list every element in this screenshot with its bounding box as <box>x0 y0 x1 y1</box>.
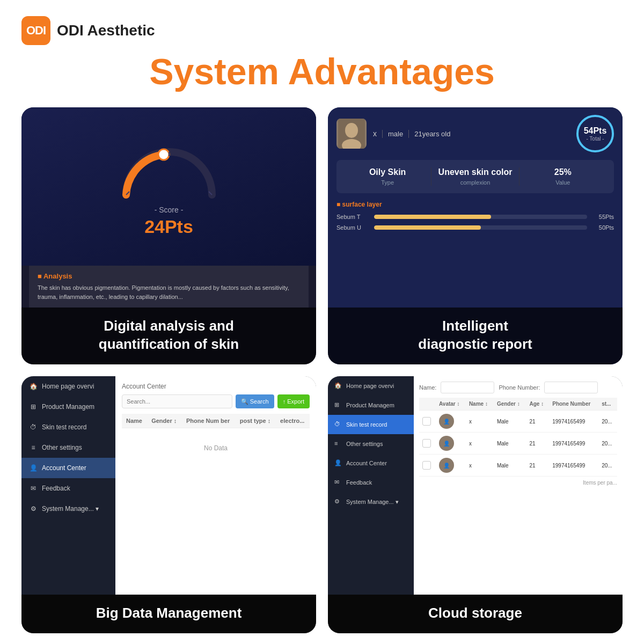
card4-label-text: Cloud storage <box>340 604 611 623</box>
search-input-3[interactable] <box>122 394 232 408</box>
patient-x: x <box>373 129 377 138</box>
analysis-box: ■ Analysis The skin has obvious pigmenta… <box>29 266 309 308</box>
sidebar4-item-settings[interactable]: ≡ Other settings <box>328 434 414 453</box>
row2-phone: 19974165499 <box>549 433 598 455</box>
checkbox-1[interactable] <box>422 417 431 426</box>
sidebar-item-product[interactable]: ⊞ Product Managem <box>21 397 115 417</box>
row2-gender: Male <box>494 433 526 455</box>
score-pts: 54Pts <box>584 126 607 136</box>
sidebar-account-label: Account Center <box>42 464 86 472</box>
th4-check <box>419 398 436 411</box>
feedback4-icon: ✉ <box>334 479 342 486</box>
sidebar-4: 🏠 Home page overvi ⊞ Product Managem ⏱ S… <box>328 376 414 595</box>
account-title-3: Account Center <box>122 383 310 390</box>
gauge-svg <box>115 136 223 200</box>
table-3-body: No Data <box>122 428 310 469</box>
page-title: System Advantages <box>149 50 495 92</box>
no-data-cell: No Data <box>122 428 310 469</box>
sidebar-item-account[interactable]: 👤 Account Center <box>21 458 115 478</box>
sidebar-home-label: Home page overvi <box>42 383 94 390</box>
bar-sebum-t: Sebum T 55Pts <box>336 214 614 220</box>
row2-avatar: 👤 <box>436 433 466 455</box>
avatar-1: 👤 <box>439 414 454 429</box>
th-gender: Gender ↕ <box>147 414 182 428</box>
card3-label: Big Data Management <box>21 595 316 633</box>
sidebar4-item-product[interactable]: ⊞ Product Managem <box>328 396 414 415</box>
row3-phone: 19974165499 <box>549 455 598 477</box>
checkbox-2[interactable] <box>422 439 431 448</box>
stat-value: 25% Value <box>519 167 606 186</box>
logo-icon: ODI <box>21 16 50 45</box>
export-button-3[interactable]: ↑ Export <box>277 394 310 408</box>
filter-phone-input[interactable] <box>544 382 598 393</box>
home4-icon: 🏠 <box>334 382 342 390</box>
sidebar4-item-home[interactable]: 🏠 Home page overvi <box>328 376 414 396</box>
sidebar-item-feedback[interactable]: ✉ Feedback <box>21 478 115 499</box>
row1-st: 20... <box>598 411 617 433</box>
avatar-3: 👤 <box>439 458 454 473</box>
settings-icon: ≡ <box>29 443 38 452</box>
surface-label: ■ surface layer <box>336 201 614 208</box>
svg-point-5 <box>345 123 358 138</box>
sidebar4-product-label: Product Managem <box>346 402 394 408</box>
bar-sebum-u-name: Sebum U <box>336 224 369 231</box>
sidebar4-feedback-label: Feedback <box>346 479 372 486</box>
card-digital-analysis: - Score - 24Pts ■ Analysis The skin has … <box>21 107 316 364</box>
sidebar-item-skin[interactable]: ⏱ Skin test record <box>21 417 115 437</box>
skin4-icon: ⏱ <box>334 421 342 428</box>
sidebar4-item-skin[interactable]: ⏱ Skin test record <box>328 415 414 434</box>
bar-sebum-u-pts: 50Pts <box>592 224 614 231</box>
patient-row: x male 21years old 54Pts - Total - <box>336 115 614 152</box>
bar-sebum-t-fill <box>374 215 491 219</box>
card1-screen: - Score - 24Pts <box>21 107 316 266</box>
sidebar4-item-feedback[interactable]: ✉ Feedback <box>328 473 414 492</box>
bar-sebum-u-fill <box>374 225 481 230</box>
table-4-body: 👤 x Male 21 19974165499 20... 👤 x <box>419 411 617 477</box>
bar-sebum-t-name: Sebum T <box>336 214 369 220</box>
filter-phone-label: Phone Number: <box>499 384 540 391</box>
analysis-text: The skin has obvious pigmentation. Pigme… <box>38 283 300 301</box>
table-4-head: Avatar ↕ Name ↕ Gender ↕ Age ↕ Phone Num… <box>419 398 617 411</box>
table-3-header-row: Name Gender ↕ Phone Num ber post type ↕ … <box>122 414 310 428</box>
sidebar-item-system[interactable]: ⚙ System Manage... ▾ <box>21 499 115 519</box>
sidebar4-item-system[interactable]: ⚙ System Manage... ▾ <box>328 492 414 511</box>
table-3: Name Gender ↕ Phone Num ber post type ↕ … <box>122 414 310 468</box>
account-icon: 👤 <box>29 464 38 472</box>
th-name: Name <box>122 414 147 428</box>
row3-age: 21 <box>526 455 549 477</box>
sidebar-feedback-label: Feedback <box>42 485 70 492</box>
row1-phone: 19974165499 <box>549 411 598 433</box>
row2-name: x <box>466 433 494 455</box>
stat-oily-skin-label: Type <box>344 179 431 186</box>
row2-st: 20... <box>598 433 617 455</box>
checkbox-3[interactable] <box>422 461 431 470</box>
sidebar-skin-label: Skin test record <box>42 423 86 431</box>
table-row: 👤 x Male 21 19974165499 20... <box>419 411 617 433</box>
cards-grid: - Score - 24Pts ■ Analysis The skin has … <box>21 107 623 633</box>
product-icon: ⊞ <box>29 402 38 411</box>
card3-label-text: Big Data Management <box>33 604 304 623</box>
filter-name-input[interactable] <box>441 382 494 393</box>
score-circle: 54Pts - Total - <box>576 115 614 152</box>
skin-icon: ⏱ <box>29 423 38 431</box>
bar-sebum-u: Sebum U 50Pts <box>336 224 614 231</box>
row1-check <box>419 411 436 433</box>
sidebar-product-label: Product Managem <box>42 403 94 411</box>
page-wrapper: ODI ODI Aesthetic System Advantages <box>0 0 644 644</box>
sidebar-system-label: System Manage... ▾ <box>42 505 99 513</box>
sidebar-item-home[interactable]: 🏠 Home page overvi <box>21 376 115 397</box>
avatar-2: 👤 <box>439 436 454 451</box>
search-button-3[interactable]: 🔍 Search <box>236 394 274 408</box>
card4-screen: 🏠 Home page overvi ⊞ Product Managem ⏱ S… <box>328 376 623 595</box>
bar-sebum-t-track <box>374 215 587 219</box>
row2-check <box>419 433 436 455</box>
sidebar-item-settings[interactable]: ≡ Other settings <box>21 437 115 458</box>
row3-st: 20... <box>598 455 617 477</box>
sidebar4-item-account[interactable]: 👤 Account Center <box>328 453 414 473</box>
patient-gender: male <box>382 130 403 138</box>
svg-point-0 <box>158 149 169 160</box>
card3-screen: 🏠 Home page overvi ⊞ Product Managem ⏱ S… <box>21 376 316 595</box>
filter-row-4: Name: Phone Number: <box>419 382 617 393</box>
card2-label-text: Intelligentdiagnostic report <box>340 317 611 354</box>
filter-name-label: Name: <box>419 384 436 391</box>
